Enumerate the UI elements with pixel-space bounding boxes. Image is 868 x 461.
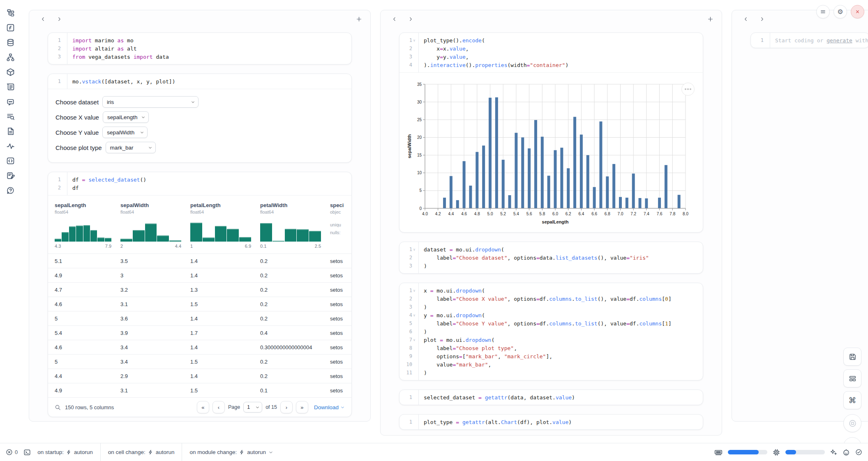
sidebar-item-datasources[interactable] bbox=[6, 38, 15, 47]
sidebar-item-snippets[interactable] bbox=[6, 156, 15, 165]
dropdown-choose-y-value[interactable]: sepalWidth bbox=[102, 127, 148, 138]
shutdown-button[interactable] bbox=[851, 5, 864, 18]
add-cell-button[interactable] bbox=[707, 16, 713, 22]
runtime-config-2[interactable]: on module change:autorun bbox=[189, 449, 273, 455]
code-token: getattr bbox=[485, 394, 508, 401]
table-column-header[interactable]: sepalWidthfloat6424.4 bbox=[120, 202, 190, 254]
code-editor[interactable]: 1selected_dataset = getattr(data, datase… bbox=[399, 390, 703, 405]
code-token: "mark_bar" bbox=[456, 362, 488, 368]
notepad-edit-icon bbox=[6, 171, 15, 180]
histogram-bar bbox=[239, 237, 251, 242]
dropdown-choose-dataset[interactable]: iris bbox=[102, 96, 199, 108]
column-prev-button[interactable] bbox=[37, 14, 48, 24]
first-page-button[interactable]: « bbox=[197, 401, 209, 413]
scroll-icon bbox=[6, 83, 15, 91]
app-layout-button[interactable] bbox=[843, 369, 861, 387]
code-token: = bbox=[626, 296, 630, 302]
terminal-button[interactable] bbox=[23, 449, 31, 456]
fold-caret-icon[interactable]: ∨ bbox=[412, 289, 416, 293]
fold-caret-icon[interactable]: ∨ bbox=[412, 39, 416, 42]
column-type: objec bbox=[330, 210, 352, 214]
ai-assist-button[interactable] bbox=[830, 449, 837, 456]
dropdown-choose-x-value[interactable]: sepalLength bbox=[103, 111, 149, 123]
generate-with-ai-link[interactable]: generate bbox=[826, 37, 852, 44]
line-gutter: 4 bbox=[399, 62, 418, 68]
histogram-bar bbox=[105, 238, 111, 242]
code-token: "iris" bbox=[630, 255, 649, 261]
table-cell: 5.4 bbox=[55, 330, 120, 336]
fold-caret-icon[interactable]: ∨ bbox=[412, 313, 416, 317]
code-text: df = selected_dataset() bbox=[67, 177, 146, 183]
table-column-header[interactable]: petalWidthfloat640.12.5 bbox=[260, 202, 330, 254]
code-editor[interactable]: 1Start coding or generate with bbox=[751, 33, 868, 48]
column-next-button[interactable] bbox=[405, 14, 416, 24]
histogram-bar bbox=[227, 229, 239, 242]
altair-bar-chart[interactable]: 4.04.24.44.64.85.05.25.45.65.86.06.26.46… bbox=[406, 78, 694, 226]
notebook-menu-button[interactable] bbox=[816, 5, 830, 18]
table-row[interactable]: 53.41.50.2setos bbox=[48, 354, 351, 369]
code-editor[interactable]: 1df = selected_dataset()2df bbox=[48, 172, 351, 195]
sidebar-item-logs[interactable] bbox=[6, 112, 15, 121]
table-row[interactable]: 53.61.40.2setos bbox=[48, 311, 351, 325]
code-line: 1selected_dataset = getattr(data, datase… bbox=[399, 393, 703, 401]
table-row[interactable]: 4.93.11.50.1setos bbox=[48, 383, 351, 397]
sidebar-item-help[interactable] bbox=[6, 186, 15, 195]
column-next-button[interactable] bbox=[54, 14, 65, 24]
runtime-config-1[interactable]: on cell change:autorun bbox=[108, 449, 175, 455]
chart-actions-button[interactable] bbox=[681, 83, 695, 96]
stop-button[interactable] bbox=[843, 414, 861, 432]
code-editor[interactable]: 1import marimo as mo2import altair as al… bbox=[48, 33, 351, 64]
fold-caret-icon[interactable]: ∨ bbox=[412, 248, 416, 251]
keyboard-shortcuts-button[interactable]: ⌘ bbox=[843, 391, 861, 409]
save-button[interactable] bbox=[843, 348, 861, 366]
add-cell-button[interactable] bbox=[356, 16, 362, 22]
column-prev-button[interactable] bbox=[740, 14, 751, 24]
sidebar-item-tracing[interactable] bbox=[6, 141, 15, 150]
code-token: mo.ui. bbox=[436, 312, 456, 318]
error-panel-button[interactable]: 0 bbox=[6, 449, 18, 456]
runtime-config-0[interactable]: on startup:autorun bbox=[37, 449, 93, 455]
last-page-button[interactable]: » bbox=[296, 401, 308, 413]
sidebar-item-packages[interactable] bbox=[6, 67, 15, 76]
code-editor[interactable]: 1∨plot_type().encode(2 x=x.value,3 y=y.v… bbox=[399, 33, 703, 72]
dropdown-choose-plot-type[interactable]: mark_bar bbox=[106, 142, 156, 153]
table-row[interactable]: 5.13.51.40.2setos bbox=[48, 254, 351, 268]
connection-status-button[interactable] bbox=[855, 449, 862, 456]
page-select[interactable]: 1 bbox=[243, 402, 262, 413]
table-row[interactable]: 4.63.41.40.3000000000000004setos bbox=[48, 340, 351, 354]
table-column-header[interactable]: speciobjecuniqunulls: bbox=[330, 202, 352, 254]
line-number: 1 bbox=[58, 37, 61, 43]
settings-button[interactable]: ⚙ bbox=[833, 5, 847, 18]
code-token: mo bbox=[127, 37, 134, 44]
table-row[interactable]: 4.931.40.2setos bbox=[48, 268, 351, 282]
table-row[interactable]: 4.63.11.50.2setos bbox=[48, 297, 351, 311]
code-token: label bbox=[424, 255, 452, 261]
table-row[interactable]: 4.42.91.40.2setos bbox=[48, 369, 351, 383]
sidebar-item-marimo-file[interactable] bbox=[6, 23, 15, 32]
sidebar-item-outline[interactable] bbox=[6, 82, 15, 91]
copilot-button[interactable] bbox=[843, 449, 850, 456]
code-editor[interactable]: 1∨dataset = mo.ui.dropdown(2 label="Choo… bbox=[399, 242, 703, 273]
sidebar-item-dependency-graph[interactable] bbox=[6, 53, 15, 62]
sidebar-item-file-explorer[interactable] bbox=[6, 8, 15, 17]
bar bbox=[639, 198, 642, 208]
prev-page-button[interactable]: ‹ bbox=[212, 401, 225, 413]
placeholder-text: with bbox=[852, 37, 868, 44]
code-editor[interactable]: 1mo.vstack([dataset, x, y, plot]) bbox=[48, 74, 351, 89]
table-column-header[interactable]: petalLengthfloat6416.9 bbox=[190, 202, 260, 254]
sidebar-item-scratchpad[interactable] bbox=[6, 171, 15, 180]
dot bbox=[690, 88, 691, 90]
sidebar-item-documentation[interactable] bbox=[6, 127, 15, 136]
next-page-button[interactable]: › bbox=[280, 401, 293, 413]
code-editor[interactable]: 1∨x = mo.ui.dropdown(2 label="Choose X v… bbox=[399, 283, 703, 380]
table-row[interactable]: 4.73.21.30.2setos bbox=[48, 282, 351, 297]
svg-text:25: 25 bbox=[417, 118, 422, 122]
table-column-header[interactable]: sepalLengthfloat644.37.9 bbox=[55, 202, 120, 254]
sidebar-item-ai-chat[interactable] bbox=[6, 97, 15, 106]
download-button[interactable]: Download bbox=[314, 404, 345, 410]
code-editor[interactable]: 1plot_type = getattr(alt.Chart(df), plot… bbox=[399, 415, 703, 429]
column-prev-button[interactable] bbox=[389, 14, 399, 24]
table-row[interactable]: 5.43.91.70.4setos bbox=[48, 325, 351, 340]
fold-caret-icon[interactable]: ∨ bbox=[412, 338, 416, 342]
column-next-button[interactable] bbox=[757, 14, 767, 24]
